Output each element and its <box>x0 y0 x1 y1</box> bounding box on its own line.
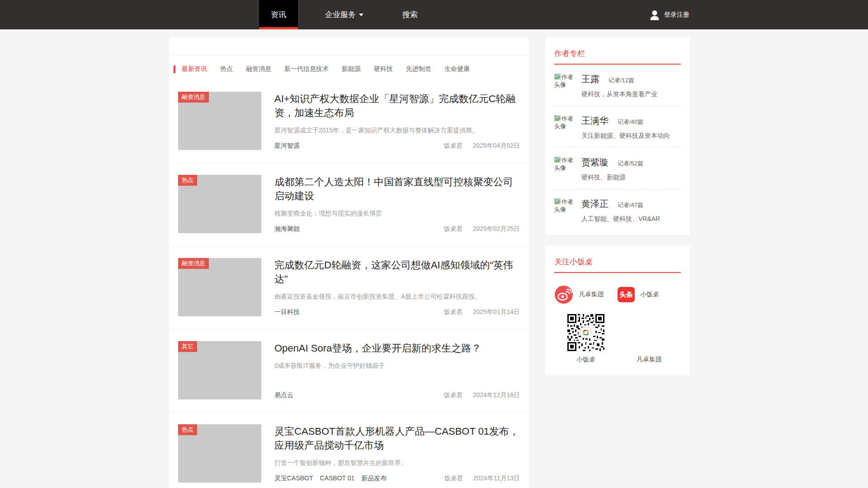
author-name[interactable]: 王露 <box>581 73 599 85</box>
news-title[interactable]: OpenAI Sora登场，企业要开启新的求生之路？ <box>274 341 520 355</box>
news-description: 由赛富投资基金领投，南京市创新投资集团、A股上市公司松霖科技跟投。 <box>274 293 520 301</box>
news-thumbnail[interactable]: 融资消息 <box>178 92 261 150</box>
news-title[interactable]: 完成数亿元D轮融资，这家公司想做AI感知领域的“英伟达” <box>274 258 520 286</box>
user-icon <box>649 9 660 21</box>
tab-next-gen-it[interactable]: 新一代信息技术 <box>284 65 329 73</box>
news-meta-right: 饭桌君 2024年11月13日 <box>444 474 520 483</box>
news-meta: 易点云 饭桌君 2024年12月18日 <box>274 391 520 399</box>
news-description: 打造一个智创新物种，塑造智慧共生的新世界。 <box>274 459 520 467</box>
tab-advanced-manufacturing[interactable]: 先进制造 <box>406 65 431 73</box>
news-list-card: 最新资讯 热点 融资消息 新一代信息技术 新能源 硬科技 先进制造 生命健康 融… <box>169 38 529 488</box>
section-marker <box>174 66 175 73</box>
news-author[interactable]: 饭桌君 <box>444 391 463 399</box>
news-meta-right: 饭桌君 2025年04月02日 <box>444 142 520 150</box>
chevron-down-icon <box>359 14 363 16</box>
card-header-strip <box>169 38 529 55</box>
news-description: 核聚变商业化：理想与现实的漫长博弈 <box>274 210 520 218</box>
nav-item-news[interactable]: 资讯 <box>259 0 298 29</box>
news-tag[interactable]: 易点云 <box>274 391 293 399</box>
tab-new-energy[interactable]: 新能源 <box>342 65 361 73</box>
news-author[interactable]: 饭桌君 <box>444 225 463 233</box>
author-article-count: 记者/12篇 <box>609 76 634 84</box>
author-name[interactable]: 贾紫璇 <box>581 156 609 169</box>
author-name[interactable]: 黄泽正 <box>581 198 609 210</box>
qr-code-section: 小饭桌 凡卓集团 <box>554 308 681 371</box>
author-info: 王露 记者/12篇 硬科技，从资本角度看产业 <box>581 73 681 99</box>
authors-column-card: 作者专栏 作者头像 王露 记者/12篇 硬科技，从资本角度看产业 作者头像 王满… <box>545 38 690 235</box>
tab-hard-tech[interactable]: 硬科技 <box>374 65 393 73</box>
login-register-button[interactable]: 登录注册 <box>649 0 689 29</box>
news-meta-right: 饭桌君 2025年02月25日 <box>444 225 520 233</box>
news-body: 完成数亿元D轮融资，这家公司想做AI感知领域的“英伟达” 由赛富投资基金领投，南… <box>274 258 520 316</box>
author-description: 硬科技、新能源 <box>581 174 681 182</box>
author-row[interactable]: 作者头像 贾紫璇 记者/52篇 硬科技、新能源 <box>554 148 681 189</box>
news-date: 2025年01月14日 <box>473 308 520 316</box>
weibo-icon <box>554 285 573 304</box>
follow-card: 关注小饭桌 凡卓集团 头条 小饭桌 <box>545 246 690 375</box>
news-tag[interactable]: 新品发布 <box>361 474 387 483</box>
news-body: AI+知识产权大数据企业「星河智源」完成数亿元C轮融资，加速生态布局 星河智源成… <box>274 92 520 150</box>
news-body: 灵宝CASBOT首款人形机器人产品—CASBOT 01发布，应用级产品搅动千亿市… <box>274 424 520 483</box>
broken-image-icon <box>554 198 561 205</box>
news-tag[interactable]: 星河智源 <box>274 142 300 150</box>
broken-image-icon <box>554 157 561 163</box>
news-item: 热点 成都第二个人造太阳！中国首家直线型可控核聚变公司启动建设 核聚变商业化：理… <box>169 163 529 246</box>
news-thumbnail[interactable]: 热点 <box>178 424 261 483</box>
news-body: 成都第二个人造太阳！中国首家直线型可控核聚变公司启动建设 核聚变商业化：理想与现… <box>274 175 520 233</box>
qr-code-image <box>567 314 604 351</box>
qr-image-missing <box>631 314 668 351</box>
news-date: 2024年11月13日 <box>473 474 520 483</box>
news-meta: 一目科技 饭桌君 2025年01月14日 <box>274 308 520 316</box>
social-item-weibo[interactable]: 凡卓集团 <box>554 285 618 304</box>
news-thumbnail[interactable]: 热点 <box>178 175 261 233</box>
nav-item-enterprise-services[interactable]: 企业服务 <box>313 0 375 29</box>
broken-avatar-image: 作者头像 <box>554 115 578 140</box>
author-row[interactable]: 作者头像 王露 记者/12篇 硬科技，从资本角度看产业 <box>554 65 681 106</box>
news-author[interactable]: 饭桌君 <box>444 308 463 316</box>
tab-hot[interactable]: 热点 <box>220 65 233 73</box>
news-date: 2025年04月02日 <box>473 142 520 150</box>
social-label: 凡卓集团 <box>579 291 604 299</box>
news-thumbnail[interactable]: 其它 <box>178 341 261 399</box>
author-name[interactable]: 王满华 <box>581 115 609 127</box>
broken-avatar-image: 作者头像 <box>554 198 578 223</box>
author-info: 王满华 记者/40篇 关注新能源、硬科技及资本动向 <box>581 115 681 140</box>
author-info: 贾紫璇 记者/52篇 硬科技、新能源 <box>581 156 681 182</box>
qr-column-xiaofanzhuo: 小饭桌 <box>554 314 618 364</box>
news-meta: 星河智源 饭桌君 2025年04月02日 <box>274 142 520 150</box>
news-tags: 一目科技 <box>274 308 300 316</box>
author-description: 人工智能、硬科技、VR&AR <box>581 215 681 223</box>
news-tag[interactable]: 一目科技 <box>274 308 300 316</box>
nav-item-search[interactable]: 搜索 <box>391 0 429 29</box>
news-title[interactable]: AI+知识产权大数据企业「星河智源」完成数亿元C轮融资，加速生态布局 <box>274 92 520 120</box>
tab-life-health[interactable]: 生命健康 <box>444 65 470 73</box>
news-author[interactable]: 饭桌君 <box>444 474 463 483</box>
category-tabs: 最新资讯 热点 融资消息 新一代信息技术 新能源 硬科技 先进制造 生命健康 <box>169 55 529 80</box>
news-title[interactable]: 成都第二个人造太阳！中国首家直线型可控核聚变公司启动建设 <box>274 175 520 203</box>
news-item: 融资消息 完成数亿元D轮融资，这家公司想做AI感知领域的“英伟达” 由赛富投资基… <box>169 246 529 329</box>
toutiao-icon: 头条 <box>618 287 635 302</box>
news-tag[interactable]: CASBOT 01 <box>320 474 355 483</box>
tab-financing-news[interactable]: 融资消息 <box>246 65 271 73</box>
news-title[interactable]: 灵宝CASBOT首款人形机器人产品—CASBOT 01发布，应用级产品搅动千亿市… <box>274 424 520 452</box>
news-date: 2024年12月18日 <box>473 391 520 399</box>
category-badge: 热点 <box>178 424 197 435</box>
author-row[interactable]: 作者头像 王满华 记者/40篇 关注新能源、硬科技及资本动向 <box>554 106 681 148</box>
news-tags: 灵宝CASBOT CASBOT 01 新品发布 <box>274 474 387 483</box>
category-badge: 融资消息 <box>178 92 209 103</box>
author-description: 硬科技，从资本角度看产业 <box>581 90 681 99</box>
news-meta-right: 饭桌君 2025年01月14日 <box>444 308 520 316</box>
news-tags: 瀚海聚能 <box>274 225 300 233</box>
tab-latest-news[interactable]: 最新资讯 <box>182 65 207 73</box>
broken-image-icon <box>554 115 561 122</box>
news-tag[interactable]: 瀚海聚能 <box>274 225 300 233</box>
news-tag[interactable]: 灵宝CASBOT <box>274 474 313 483</box>
news-item: 融资消息 AI+知识产权大数据企业「星河智源」完成数亿元C轮融资，加速生态布局 … <box>169 80 529 163</box>
category-badge: 其它 <box>178 341 197 352</box>
category-badge: 热点 <box>178 175 197 186</box>
author-row[interactable]: 作者头像 黄泽正 记者/47篇 人工智能、硬科技、VR&AR <box>554 189 681 230</box>
follow-card-title: 关注小饭桌 <box>554 257 681 267</box>
social-item-toutiao[interactable]: 头条 小饭桌 <box>618 287 681 302</box>
news-thumbnail[interactable]: 融资消息 <box>178 258 261 316</box>
news-author[interactable]: 饭桌君 <box>444 142 463 150</box>
